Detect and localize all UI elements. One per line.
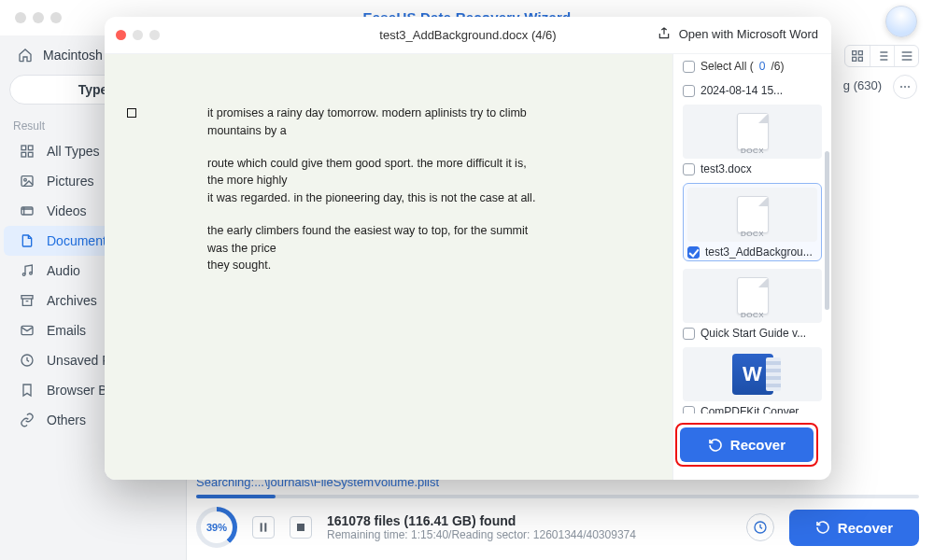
more-menu-button[interactable]	[893, 75, 917, 99]
file-thumb: DOCX	[683, 105, 822, 159]
archive-icon	[19, 292, 35, 309]
file-checkbox[interactable]	[683, 85, 695, 97]
recover-button-label: Recover	[838, 520, 893, 536]
svg-rect-20	[264, 523, 266, 531]
select-total: /6)	[771, 60, 784, 73]
svg-point-8	[30, 272, 33, 274]
open-with-button[interactable]: Open with Microsoft Word	[657, 26, 818, 41]
recover-highlight: Recover	[675, 423, 818, 467]
svg-rect-1	[28, 146, 33, 150]
svg-rect-2	[21, 152, 26, 157]
svg-rect-14	[853, 57, 856, 61]
preview-line: it was regarded. in the pioneering day, …	[207, 191, 535, 204]
status-bar: 39% 161078 files (116.41 GB) found Remai…	[196, 502, 919, 553]
file-thumbnails[interactable]: 2024-08-14 15... DOCX test3.docx DOCX te…	[673, 80, 831, 413]
selection-handle-icon	[127, 108, 136, 118]
filter-badge: g (630)	[843, 78, 882, 92]
sidebar-item-label: Pictures	[47, 174, 94, 189]
recover-button[interactable]: Recover	[789, 510, 919, 546]
breadcrumb-label: Macintosh	[43, 48, 103, 63]
file-checkbox[interactable]	[683, 406, 695, 414]
svg-rect-0	[21, 146, 26, 150]
file-item[interactable]: W ComPDFKit Conver...	[683, 347, 822, 413]
file-thumb: W	[683, 347, 822, 401]
word-icon: W	[732, 354, 773, 395]
select-all-checkbox[interactable]	[683, 61, 695, 73]
preview-line: route which could give them good sport. …	[207, 157, 527, 188]
file-list-panel: Select All (0/6) 2024-08-14 15... DOCX t…	[672, 54, 831, 480]
docx-icon	[737, 113, 769, 150]
file-item-active[interactable]: DOCX test3_AddBackgrou...	[683, 183, 822, 261]
scan-details: Remaining time: 1:15:40/Reading sector: …	[327, 528, 731, 541]
restore-icon	[815, 520, 830, 535]
close-icon[interactable]	[116, 30, 126, 40]
svg-rect-12	[853, 51, 856, 55]
docx-icon	[737, 277, 769, 315]
progress-ring: 39%	[196, 507, 237, 548]
music-icon	[19, 262, 35, 279]
svg-point-16	[900, 86, 902, 88]
docx-icon	[737, 196, 769, 233]
bookmark-icon	[19, 382, 35, 399]
modal-recover-button[interactable]: Recover	[680, 427, 814, 462]
svg-rect-21	[297, 524, 304, 531]
detail-view-icon[interactable]	[894, 46, 918, 66]
found-count: 161078 files (116.41 GB) found	[327, 513, 731, 528]
grid-view-icon[interactable]	[845, 46, 870, 66]
stop-button[interactable]	[290, 516, 312, 539]
preview-line: the early climbers found the easiest way…	[207, 224, 528, 255]
view-mode-toggle[interactable]	[844, 45, 919, 67]
scrollbar[interactable]	[825, 80, 829, 413]
pause-button[interactable]	[252, 516, 275, 539]
home-icon	[17, 47, 34, 63]
progress-percent: 39%	[206, 522, 227, 533]
file-thumb: DOCX	[687, 188, 817, 242]
mascot-icon	[885, 6, 917, 37]
sidebar-item-label: Archives	[47, 293, 97, 308]
history-button[interactable]	[746, 513, 774, 541]
sidebar-item-label: Audio	[47, 263, 80, 278]
restore-icon	[708, 438, 723, 453]
file-ext: DOCX	[741, 230, 764, 238]
open-with-label: Open with Microsoft Word	[679, 27, 818, 41]
file-name: test3.docx	[700, 162, 752, 175]
grid-icon	[19, 143, 35, 160]
file-checkbox[interactable]	[683, 163, 695, 175]
svg-rect-13	[858, 51, 862, 55]
preview-line: they sought.	[207, 259, 271, 272]
sidebar-item-label: Documents	[47, 233, 113, 248]
file-thumb: DOCX	[683, 269, 822, 323]
preview-line: it promises a rainy day tomorrow. modern…	[207, 105, 544, 140]
sidebar-item-label: Emails	[47, 323, 86, 338]
modal-recover-label: Recover	[730, 437, 785, 453]
select-all-row[interactable]: Select All (0/6)	[673, 54, 831, 80]
select-count: 0	[759, 60, 766, 73]
document-icon	[19, 232, 35, 249]
svg-rect-19	[261, 523, 262, 531]
modal-traffic-lights[interactable]	[116, 30, 160, 40]
file-name: 2024-08-14 15...	[700, 84, 783, 97]
file-item[interactable]: 2024-08-14 15...	[683, 80, 822, 97]
video-icon	[19, 203, 35, 219]
link-icon	[19, 412, 35, 428]
file-name: ComPDFKit Conver...	[700, 405, 808, 413]
sidebar-item-label: All Types	[47, 144, 100, 159]
file-checkbox[interactable]	[687, 246, 700, 259]
share-icon	[657, 26, 672, 41]
svg-point-17	[904, 86, 906, 88]
file-item[interactable]: DOCX Quick Start Guide v...	[683, 269, 822, 340]
svg-point-7	[22, 273, 25, 276]
file-name: Quick Start Guide v...	[700, 327, 806, 340]
file-item[interactable]: DOCX test3.docx	[683, 105, 822, 175]
mail-icon	[19, 322, 35, 339]
svg-rect-9	[21, 296, 33, 299]
svg-rect-3	[28, 152, 33, 157]
image-icon	[19, 173, 35, 189]
file-checkbox[interactable]	[683, 328, 695, 340]
clock-icon	[19, 352, 35, 369]
list-view-icon[interactable]	[870, 46, 894, 66]
select-all-label: Select All (	[700, 60, 754, 73]
file-ext: DOCX	[741, 311, 764, 319]
svg-rect-6	[21, 207, 33, 215]
sidebar-item-label: Videos	[47, 203, 87, 218]
